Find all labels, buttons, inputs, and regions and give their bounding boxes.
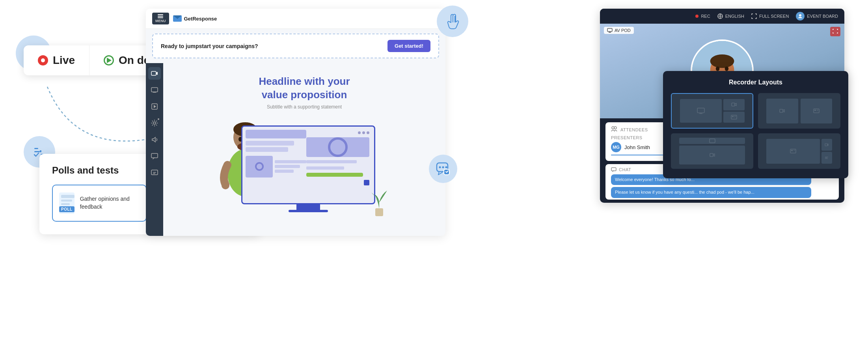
recorder-layouts-panel: Recorder Layouts (663, 71, 848, 178)
monitor-small-icon (607, 28, 613, 33)
chat-bubble-icon (611, 167, 617, 172)
logo-text: GetResponse (184, 16, 217, 22)
recorder-layout-4[interactable] (758, 133, 840, 169)
fullscreen-label: FULL SCREEN (759, 14, 789, 19)
chat-message-2: Please let us know if you have any quest… (611, 187, 811, 198)
plant-svg (363, 181, 395, 220)
webinar-body: Headline with your value proposition Sub… (146, 63, 445, 236)
rec-dot-icon (695, 15, 698, 18)
svg-rect-68 (780, 109, 783, 112)
svg-point-48 (725, 66, 729, 71)
sidebar-megaphone-icon[interactable] (148, 133, 161, 146)
webinar-menu-button[interactable]: MENU (152, 13, 169, 24)
svg-rect-69 (814, 109, 819, 113)
svg-rect-54 (611, 168, 616, 171)
av-pod-text: AV POD (615, 28, 631, 33)
fullscreen-button[interactable]: FULL SCREEN (751, 13, 789, 19)
webinar-banner: Ready to jumpstart your campaigns? Get s… (152, 34, 439, 58)
sidebar-settings-icon[interactable] (148, 117, 161, 129)
svg-rect-15 (151, 88, 158, 92)
svg-rect-63 (732, 103, 735, 106)
sidebar-play-icon[interactable] (148, 100, 161, 113)
touch-icon (445, 13, 460, 29)
svg-rect-4 (34, 151, 40, 152)
webinar-main-content: Headline with your value proposition Sub… (163, 63, 445, 236)
svg-rect-73 (710, 139, 715, 143)
svg-point-29 (222, 181, 229, 189)
svg-rect-3 (34, 148, 38, 149)
poll-option-text: Gather opinions and feedback (80, 195, 140, 211)
recorder-layout-2[interactable] (758, 93, 840, 129)
live-mode-card[interactable]: Live (24, 45, 89, 75)
attendees-label: ATTENDEES (620, 127, 648, 132)
webinar-panel: MENU GetResponse Ready to jumpstart your… (146, 9, 445, 236)
language-button[interactable]: ENGLISH (717, 13, 744, 19)
sidebar-cam-icon[interactable] (148, 67, 161, 80)
cam3-layout-icon (710, 153, 715, 157)
svg-rect-21 (151, 153, 158, 158)
svg-rect-74 (710, 153, 713, 157)
event-board-button[interactable]: EVENT BOARD (796, 12, 838, 21)
svg-point-40 (799, 14, 801, 17)
fullscreen-icon (751, 13, 757, 19)
monitor-illustration (241, 125, 375, 212)
video-topbar: REC ENGLISH FULL SCREEN (600, 9, 844, 24)
rec-label: REC (701, 14, 710, 19)
rec-button[interactable]: REC (695, 14, 710, 19)
webinar-sidebar (146, 63, 163, 236)
svg-rect-8 (61, 195, 75, 198)
svg-rect-65 (732, 116, 734, 117)
language-label: ENGLISH (725, 14, 744, 19)
cam4-layout-icon (825, 143, 829, 146)
svg-point-58 (445, 166, 447, 168)
svg-rect-76 (791, 150, 793, 151)
chat-speech-icon (436, 162, 450, 176)
menu-lines-icon (158, 14, 163, 18)
poll-option[interactable]: POLL Gather opinions and feedback (52, 185, 147, 222)
svg-rect-78 (825, 144, 827, 146)
recorder-layout-1[interactable] (671, 93, 753, 129)
expand-arrows-icon (833, 29, 838, 34)
webinar-headline: Headline with your value proposition (259, 75, 350, 102)
sidebar-screen2-icon[interactable] (148, 166, 161, 179)
presenter-name: John Smith (624, 144, 650, 150)
svg-rect-34 (375, 208, 383, 216)
monitor-screen (241, 125, 375, 204)
event-board-label: EVENT BOARD (807, 14, 838, 19)
sidebar-screen-icon[interactable] (148, 84, 161, 96)
chat-label-text: CHAT (619, 167, 631, 172)
svg-rect-5 (40, 150, 41, 152)
recorder-layouts-grid (671, 93, 840, 169)
menu-label: MENU (155, 19, 166, 23)
svg-point-47 (716, 66, 720, 71)
svg-point-52 (612, 127, 614, 129)
live-label: Live (53, 54, 75, 67)
svg-rect-75 (790, 149, 796, 153)
screen4-layout-icon (790, 149, 796, 153)
expand-icon-button[interactable] (830, 27, 840, 36)
cam2-layout-icon (779, 109, 785, 113)
touch-bubble (437, 6, 468, 37)
svg-point-53 (614, 127, 617, 129)
poll-doc-icon: POLL (59, 192, 75, 214)
get-started-button[interactable]: Get started! (387, 40, 430, 52)
svg-point-45 (710, 54, 734, 68)
sidebar-chat-icon[interactable] (148, 150, 161, 163)
svg-rect-49 (607, 28, 612, 32)
user-icon (798, 14, 803, 19)
layout-3-preview (679, 138, 745, 164)
attendees-people-icon (611, 126, 617, 132)
svg-rect-14 (151, 71, 156, 75)
webinar-subtitle: Subtitle with a supporting statement (267, 104, 342, 110)
cam-layout-icon (731, 103, 737, 106)
globe-icon (717, 13, 723, 19)
attendees-icon (611, 126, 617, 133)
layout-4-preview (766, 139, 832, 164)
layout-1-preview (680, 99, 745, 123)
svg-marker-19 (154, 105, 156, 108)
webinar-topbar: MENU GetResponse (146, 9, 445, 29)
chat-icon-bubble (429, 155, 457, 183)
recorder-layout-3[interactable] (671, 133, 753, 169)
banner-text: Ready to jumpstart your campaigns? (161, 43, 258, 49)
svg-rect-9 (61, 200, 72, 202)
